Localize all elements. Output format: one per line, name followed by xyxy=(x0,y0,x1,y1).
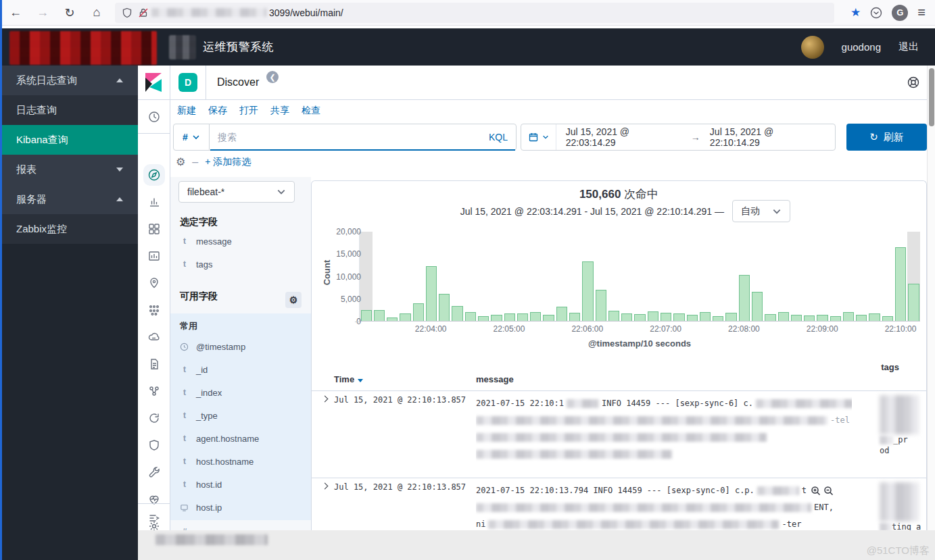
histogram-bucket[interactable] xyxy=(373,232,385,321)
insecure-lock-icon[interactable] xyxy=(138,7,149,18)
histogram-bar[interactable] xyxy=(387,317,398,321)
histogram-bucket[interactable] xyxy=(686,232,698,321)
uptime-icon[interactable] xyxy=(147,411,161,425)
histogram-bucket[interactable] xyxy=(503,232,516,321)
machine-learning-icon[interactable] xyxy=(147,303,161,317)
histogram-bucket[interactable] xyxy=(425,232,437,321)
infrastructure-icon[interactable] xyxy=(147,330,161,344)
histogram-bar[interactable] xyxy=(530,312,541,321)
histogram-bar[interactable] xyxy=(661,313,671,321)
histogram-bucket[interactable] xyxy=(542,232,555,321)
kql-toggle[interactable]: KQL xyxy=(481,132,516,143)
back-icon[interactable]: ← xyxy=(4,3,27,22)
sidebar-item-报表[interactable]: 报表 xyxy=(0,155,138,184)
help-icon[interactable] xyxy=(907,76,920,89)
histogram-bucket[interactable] xyxy=(881,232,894,321)
scrollbar[interactable] xyxy=(927,66,935,530)
hamburger-menu-icon[interactable]: ≡ xyxy=(917,5,926,20)
filter-settings-gear-icon[interactable]: ⚙ xyxy=(176,155,185,168)
histogram-bar[interactable] xyxy=(361,310,372,321)
histogram-bucket[interactable] xyxy=(894,232,907,321)
maps-icon[interactable] xyxy=(147,276,161,290)
reload-icon[interactable]: ↻ xyxy=(58,3,81,22)
sidebar-item-Zabbix监控[interactable]: Zabbix监控 xyxy=(0,214,138,244)
recent-icon[interactable] xyxy=(147,110,161,124)
histogram-bar[interactable] xyxy=(400,313,410,321)
histogram-bucket[interactable] xyxy=(659,232,672,321)
histogram-bar[interactable] xyxy=(596,290,606,321)
home-icon[interactable]: ⌂ xyxy=(85,3,108,22)
histogram-bucket[interactable] xyxy=(581,232,594,321)
column-header-message[interactable]: message xyxy=(476,374,514,384)
histogram-bucket[interactable] xyxy=(633,232,646,321)
histogram-bucket[interactable] xyxy=(569,232,581,321)
histogram-bucket[interactable] xyxy=(516,232,529,321)
histogram-bar[interactable] xyxy=(895,247,906,321)
histogram-bar[interactable] xyxy=(725,313,736,321)
bookmark-star-icon[interactable]: ★ xyxy=(850,5,861,20)
histogram-bucket[interactable] xyxy=(646,232,659,321)
histogram-bar[interactable] xyxy=(817,315,828,321)
histogram-plot[interactable] xyxy=(359,232,920,322)
menu-link-新建[interactable]: 新建 xyxy=(177,105,196,117)
sidebar-item-Kibana查询[interactable]: Kibana查询 xyxy=(0,125,138,155)
histogram-bucket[interactable] xyxy=(855,232,868,321)
histogram-bar[interactable] xyxy=(504,313,515,321)
interval-select[interactable]: 自动 xyxy=(732,200,790,222)
histogram-bucket[interactable] xyxy=(621,232,633,321)
histogram-bar[interactable] xyxy=(569,313,580,321)
address-bar[interactable]: 3099/webui/main/ xyxy=(115,3,834,23)
histogram-bar[interactable] xyxy=(621,313,632,321)
document-row[interactable]: Jul 15, 2021 @ 22:10:13.8572021-07-15 22… xyxy=(312,391,926,478)
histogram-bucket[interactable] xyxy=(360,232,373,321)
pocket-icon[interactable] xyxy=(870,7,882,19)
histogram-bar[interactable] xyxy=(439,294,450,321)
user-avatar[interactable] xyxy=(801,36,824,59)
histogram-bucket[interactable] xyxy=(842,232,855,321)
document-row[interactable]: Jul 15, 2021 @ 22:10:13.8572021-07-15 22… xyxy=(312,478,926,530)
forward-icon[interactable]: → xyxy=(31,3,54,22)
histogram-bucket[interactable] xyxy=(907,232,920,321)
histogram-bar[interactable] xyxy=(634,314,645,321)
field-item-host.ip[interactable]: host.ip xyxy=(170,496,311,519)
histogram-bucket[interactable] xyxy=(477,232,490,321)
kibana-logo[interactable] xyxy=(143,72,164,93)
expand-row-icon[interactable] xyxy=(322,396,329,403)
histogram-bucket[interactable] xyxy=(451,232,464,321)
histogram-bucket[interactable] xyxy=(555,232,568,321)
histogram-bar[interactable] xyxy=(908,284,919,321)
field-item-@timestamp[interactable]: @timestamp xyxy=(170,335,311,358)
menu-link-打开[interactable]: 打开 xyxy=(239,105,258,117)
histogram-bar[interactable] xyxy=(791,315,802,321)
histogram-bar[interactable] xyxy=(465,312,476,321)
calendar-dropdown[interactable] xyxy=(521,124,556,150)
histogram-bucket[interactable] xyxy=(790,232,802,321)
apm-icon[interactable] xyxy=(147,384,161,398)
histogram-bucket[interactable] xyxy=(594,232,607,321)
histogram-bar[interactable] xyxy=(778,312,789,321)
field-item-agent.hostname[interactable]: tagent.hostname xyxy=(170,427,311,450)
siem-icon[interactable] xyxy=(147,438,161,452)
histogram-bar[interactable] xyxy=(673,313,684,321)
histogram-bucket[interactable] xyxy=(764,232,777,321)
histogram-bar[interactable] xyxy=(426,266,437,321)
logs-icon[interactable] xyxy=(147,357,161,371)
tracking-shield-icon[interactable] xyxy=(122,7,133,18)
time-from[interactable]: Jul 15, 2021 @ 22:03:14.29 xyxy=(556,126,691,148)
column-header-tags[interactable]: tags xyxy=(881,362,899,372)
discover-icon[interactable] xyxy=(147,168,161,182)
histogram-bucket[interactable] xyxy=(750,232,763,321)
histogram-bucket[interactable] xyxy=(803,232,816,321)
histogram-bucket[interactable] xyxy=(698,232,711,321)
column-header-time[interactable]: Time xyxy=(334,374,363,384)
histogram-bucket[interactable] xyxy=(490,232,503,321)
histogram-bar[interactable] xyxy=(752,292,763,321)
histogram-bucket[interactable] xyxy=(464,232,477,321)
saved-query-dropdown[interactable]: # xyxy=(173,124,210,151)
refresh-button[interactable]: ↻ 刷新 xyxy=(846,124,927,151)
search-input[interactable] xyxy=(210,132,481,143)
histogram-bar[interactable] xyxy=(517,313,528,321)
histogram-bucket[interactable] xyxy=(399,232,412,321)
field-item-host.id[interactable]: thost.id xyxy=(170,473,311,496)
menu-link-保存[interactable]: 保存 xyxy=(208,105,227,117)
